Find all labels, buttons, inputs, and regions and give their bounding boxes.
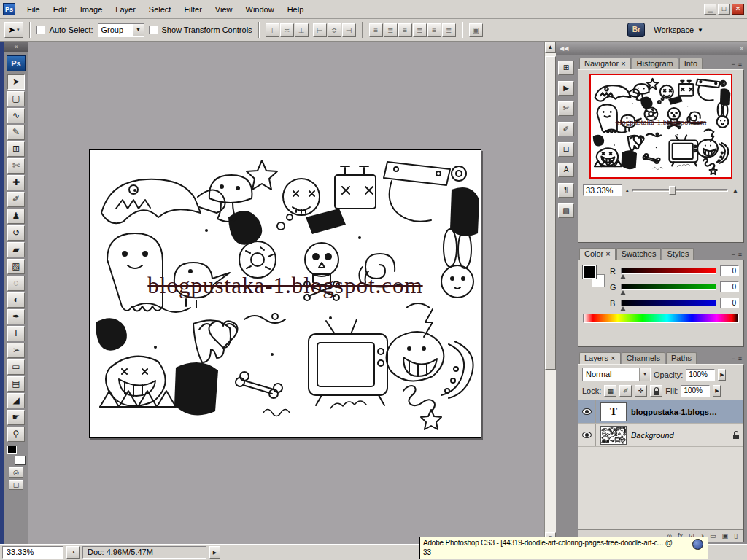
tool-zoom[interactable]: ⚲: [7, 427, 25, 442]
align-vertical-centers-button[interactable]: ≍: [280, 23, 294, 37]
tool-gradient[interactable]: ▨: [7, 259, 25, 274]
opacity-flyout-icon[interactable]: ▶: [718, 369, 726, 381]
lock-paint-icon[interactable]: ✐: [619, 385, 632, 397]
visibility-toggle[interactable]: [578, 400, 596, 423]
distribute-right-edges-button[interactable]: ≣: [442, 23, 456, 37]
tool-shape[interactable]: ▭: [7, 359, 25, 375]
tab-swatches[interactable]: Swatches: [616, 248, 662, 260]
tool-eyedropper[interactable]: ◢: [7, 393, 25, 408]
auto-align-layers-button[interactable]: ▣: [469, 23, 483, 37]
tool-brush[interactable]: ✐: [7, 192, 25, 207]
green-slider-thumb[interactable]: [620, 290, 626, 295]
canvas-document[interactable]: blogpustaka-1.blogspot.com: [89, 149, 481, 438]
blue-value-field[interactable]: 0: [720, 298, 739, 308]
foreground-background-swatches[interactable]: [583, 265, 605, 287]
green-slider[interactable]: [621, 284, 716, 290]
navigator-zoom-slider[interactable]: [632, 189, 729, 192]
tab-color[interactable]: Color ×: [579, 248, 616, 260]
menu-help[interactable]: Help: [281, 2, 311, 17]
dock-collapse-right-icon[interactable]: »: [740, 45, 743, 52]
paragraph-icon[interactable]: ¶: [558, 183, 574, 198]
tab-paths[interactable]: Paths: [666, 352, 697, 364]
restore-button[interactable]: □: [718, 4, 730, 15]
bridge-button[interactable]: Br: [627, 23, 645, 37]
menu-select[interactable]: Select: [142, 2, 178, 17]
tool-slice[interactable]: ✄: [7, 158, 25, 174]
tool-hand[interactable]: ☛: [7, 410, 25, 425]
status-flyout-icon[interactable]: ▶: [209, 546, 220, 559]
new-layer-icon[interactable]: ▣: [722, 532, 729, 540]
zoom-slider-thumb[interactable]: [669, 186, 676, 195]
blue-slider-thumb[interactable]: [620, 306, 626, 311]
layer-row-background[interactable]: Background: [578, 424, 743, 447]
opacity-field[interactable]: 100%: [686, 369, 715, 381]
character-icon[interactable]: A: [558, 163, 574, 177]
tab-info[interactable]: Info: [679, 58, 703, 69]
fill-flyout-icon[interactable]: ▶: [713, 385, 721, 397]
menu-window[interactable]: Window: [239, 2, 281, 17]
fill-field[interactable]: 100%: [681, 385, 710, 397]
lock-transparency-icon[interactable]: ▦: [604, 385, 616, 397]
tool-preset-picker[interactable]: ➤ ▾: [4, 22, 23, 38]
align-horizontal-centers-button[interactable]: ≎: [328, 23, 341, 37]
align-right-edges-button[interactable]: ⊣: [342, 23, 356, 37]
minimize-button[interactable]: ▁: [704, 4, 716, 15]
dropdown-arrow-icon[interactable]: ▼: [639, 368, 650, 381]
distribute-vertical-centers-button[interactable]: ≣: [384, 23, 398, 37]
panel-menu-icon[interactable]: ≡: [738, 355, 742, 362]
zoom-in-mountain-icon[interactable]: ▲: [732, 187, 739, 195]
clone-source-icon[interactable]: ⊟: [558, 142, 574, 157]
layer-name[interactable]: blogpustaka-1.blogs…: [631, 408, 717, 416]
lock-all-icon[interactable]: [650, 385, 662, 397]
workspace-dropdown[interactable]: Workspace ▼: [649, 23, 708, 36]
align-left-edges-button[interactable]: ⊢: [313, 23, 327, 37]
lock-position-icon[interactable]: ✛: [635, 385, 647, 397]
tool-presets-icon[interactable]: ✄: [558, 101, 574, 116]
panel-minimize-icon[interactable]: −: [731, 61, 735, 68]
panel-menu-icon[interactable]: ≡: [738, 61, 742, 68]
close-button[interactable]: ✕: [732, 4, 744, 15]
show-transform-checkbox[interactable]: [149, 26, 158, 34]
scrollbar-track[interactable]: [545, 53, 556, 532]
tool-quick-selection[interactable]: ✎: [7, 125, 25, 140]
tool-lasso[interactable]: ∿: [7, 108, 25, 123]
red-slider-thumb[interactable]: [620, 274, 626, 279]
tab-channels[interactable]: Channels: [622, 352, 665, 364]
tool-rectangular-marquee[interactable]: ▢: [7, 91, 25, 106]
toolbox-collapse-button[interactable]: «: [4, 42, 28, 52]
scrollbar-thumb[interactable]: [545, 56, 556, 370]
zoom-out-mountain-icon[interactable]: ▴: [626, 187, 629, 193]
color-spectrum-ramp[interactable]: [583, 314, 739, 323]
blue-slider[interactable]: [621, 300, 716, 306]
layer-group-icon[interactable]: ▭: [710, 532, 716, 540]
delete-layer-icon[interactable]: ▯: [734, 532, 738, 540]
zoom-level-field[interactable]: 33.33%: [2, 546, 63, 559]
navigator-proxy-view[interactable]: blogpustaka-1.blogspot.com: [589, 74, 732, 179]
tab-navigator[interactable]: Navigator ×: [579, 58, 631, 69]
tool-move[interactable]: ➤: [7, 74, 25, 90]
screen-mode-button[interactable]: ▢: [9, 480, 23, 490]
vertical-scrollbar[interactable]: ▲ ▼: [544, 42, 556, 544]
menu-filter[interactable]: Filter: [177, 2, 208, 17]
panel-minimize-icon[interactable]: −: [731, 251, 735, 258]
green-value-field[interactable]: 0: [720, 281, 739, 292]
tool-blur[interactable]: ◌: [7, 276, 25, 291]
foreground-color-swatch[interactable]: [7, 445, 18, 454]
menu-file[interactable]: File: [20, 2, 47, 17]
align-top-edges-button[interactable]: ⊤: [266, 23, 279, 37]
quick-mask-button[interactable]: ◎: [9, 467, 23, 478]
align-bottom-edges-button[interactable]: ⊥: [295, 23, 309, 37]
distribute-bottom-edges-button[interactable]: ≡: [398, 23, 412, 37]
tab-styles[interactable]: Styles: [662, 248, 694, 260]
navigator-zoom-field[interactable]: 33.33%: [583, 184, 622, 196]
layer-name[interactable]: Background: [631, 431, 674, 440]
menu-layer[interactable]: Layer: [109, 2, 142, 17]
tool-notes[interactable]: ▤: [7, 376, 25, 392]
visibility-toggle[interactable]: [578, 424, 596, 446]
dock-collapse-left-icon[interactable]: ◀◀: [560, 45, 568, 52]
scroll-up-icon[interactable]: ▲: [545, 42, 556, 53]
panel-minimize-icon[interactable]: −: [731, 355, 735, 362]
red-slider[interactable]: [621, 268, 716, 274]
status-clock-icon[interactable]: ◔: [66, 546, 80, 559]
dropdown-arrow-icon[interactable]: ▼: [133, 24, 144, 36]
